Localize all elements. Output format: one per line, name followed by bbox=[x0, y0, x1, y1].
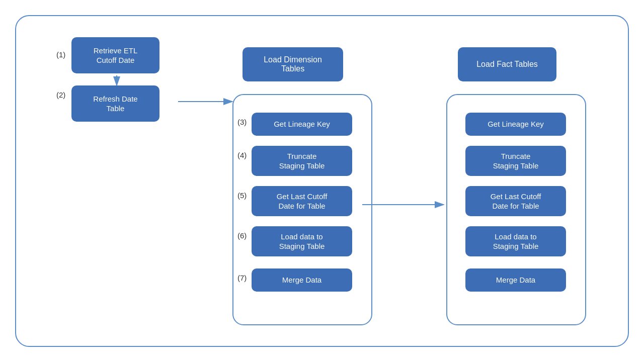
fact-get-last-cutoff-node[interactable]: Get Last CutoffDate for Table bbox=[465, 186, 566, 216]
dim-truncate-node[interactable]: TruncateStaging Table bbox=[252, 146, 352, 176]
retrieve-etl-node[interactable]: Retrieve ETLCutoff Date bbox=[71, 37, 159, 73]
dim-get-lineage-node[interactable]: Get Lineage Key bbox=[252, 113, 352, 136]
load-dimension-header[interactable]: Load DimensionTables bbox=[243, 47, 343, 81]
fact-get-lineage-node[interactable]: Get Lineage Key bbox=[465, 113, 566, 136]
step6-label: (6) bbox=[237, 231, 247, 240]
step7-label: (7) bbox=[237, 274, 247, 282]
load-fact-header[interactable]: Load Fact Tables bbox=[458, 47, 556, 81]
refresh-date-node[interactable]: Refresh DateTable bbox=[71, 85, 159, 122]
step2-label: (2) bbox=[56, 90, 65, 99]
step5-label: (5) bbox=[237, 191, 247, 200]
step3-label: (3) bbox=[237, 118, 247, 126]
step4-label: (4) bbox=[237, 151, 247, 159]
dim-get-last-cutoff-node[interactable]: Get Last CutoffDate for Table bbox=[252, 186, 352, 216]
step1-label: (1) bbox=[56, 50, 65, 59]
dim-load-data-node[interactable]: Load data toStaging Table bbox=[252, 226, 352, 256]
fact-truncate-node[interactable]: TruncateStaging Table bbox=[465, 146, 566, 176]
diagram: (1) (2) Retrieve ETLCutoff Date Refresh … bbox=[16, 16, 628, 346]
outer-container: (1) (2) Retrieve ETLCutoff Date Refresh … bbox=[15, 15, 629, 347]
fact-merge-node[interactable]: Merge Data bbox=[465, 268, 566, 292]
dim-merge-node[interactable]: Merge Data bbox=[252, 268, 352, 292]
fact-load-data-node[interactable]: Load data toStaging Table bbox=[465, 226, 566, 256]
